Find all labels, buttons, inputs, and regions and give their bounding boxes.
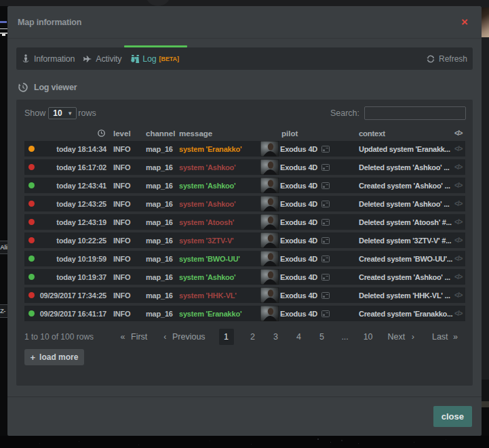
row-code-cell[interactable]: </> — [454, 182, 465, 189]
backdrop-top — [0, 0, 489, 6]
row-code-cell[interactable]: </> — [454, 237, 465, 244]
header-context[interactable]: context — [359, 129, 454, 138]
page-ellipsis: ... — [334, 329, 357, 345]
header-channel[interactable]: channel — [146, 129, 179, 138]
search-input[interactable] — [364, 106, 466, 120]
backdrop-system-box: Z- — [0, 304, 7, 318]
header-time[interactable] — [38, 129, 106, 137]
header-message[interactable]: message — [179, 129, 260, 138]
log-time: today 12:43:19 — [38, 218, 106, 226]
log-row[interactable]: 09/29/2017 17:34:25INFOmap_16system 'HHK… — [24, 287, 465, 303]
page-button-1[interactable]: 1 — [219, 329, 234, 345]
code-icon: </> — [454, 129, 462, 137]
refresh-icon — [427, 55, 435, 63]
row-code-cell[interactable]: </> — [454, 163, 465, 171]
pilot-name[interactable]: Exodus 4D — [280, 145, 317, 153]
code-icon: </> — [454, 273, 462, 281]
close-button[interactable]: close — [433, 406, 472, 427]
pilot-avatar — [260, 196, 279, 211]
log-channel: map_16 — [146, 237, 179, 245]
tab-activity-label: Activity — [96, 54, 121, 64]
id-card-icon — [321, 310, 330, 317]
log-level: INFO — [106, 200, 146, 208]
status-deleted-dot — [28, 219, 35, 225]
log-pilot-cell: Exodus 4D — [260, 232, 359, 248]
log-level: INFO — [106, 273, 146, 281]
log-row[interactable]: today 10:19:59INFOmap_16system 'BWO-UU' … — [24, 251, 465, 266]
log-row[interactable]: today 12:43:41INFOmap_16system 'Ashkoo' … — [24, 178, 465, 193]
page-numbers: 12345...10 — [218, 329, 380, 345]
pilot-name[interactable]: Exodus 4D — [280, 310, 317, 318]
pilot-name[interactable]: Exodus 4D — [280, 291, 317, 300]
header-pilot[interactable]: pilot — [260, 125, 359, 141]
refresh-button[interactable]: Refresh — [427, 47, 473, 70]
page-previous-button[interactable]: ‹ Previous — [163, 332, 205, 342]
pilot-name[interactable]: Exodus 4D — [280, 273, 317, 281]
backdrop-system-label: Z- — [0, 307, 5, 314]
log-table: level channel message pilot context </> … — [24, 125, 465, 321]
pilot-name[interactable]: Exodus 4D — [280, 255, 317, 263]
log-message: system 'Eranakko' — [179, 145, 260, 153]
log-time: today 10:22:25 — [38, 237, 106, 245]
id-card-icon — [321, 256, 330, 262]
header-level[interactable]: level — [106, 129, 146, 138]
page-next-button[interactable]: Next › — [388, 332, 414, 342]
page-last-button[interactable]: Last » — [432, 332, 458, 342]
page-button-3[interactable]: 3 — [265, 329, 288, 345]
page-button-2[interactable]: 2 — [241, 329, 265, 345]
dialog-close-icon[interactable]: × — [461, 16, 468, 28]
row-code-cell[interactable]: </> — [454, 255, 465, 262]
clock-icon — [98, 129, 105, 137]
row-code-cell[interactable]: </> — [454, 273, 465, 281]
page-button-10[interactable]: 10 — [357, 329, 380, 345]
log-row[interactable]: today 10:22:25INFOmap_16system '3ZTV-V' … — [24, 232, 465, 248]
pagination-info: 1 to 10 of 100 rows — [24, 332, 94, 342]
pilot-name[interactable]: Exodus 4D — [280, 163, 317, 171]
log-pilot-cell: Exodus 4D — [260, 214, 359, 230]
load-more-button[interactable]: + load more — [24, 349, 84, 365]
status-deleted-dot — [28, 164, 35, 170]
tab-information[interactable]: Information — [16, 47, 81, 70]
log-context: Deleted system 'Ashkoo' ... — [359, 163, 454, 171]
log-row[interactable]: today 10:19:37INFOmap_16system 'Ashkoo' … — [24, 269, 465, 285]
log-row[interactable]: today 12:43:25INFOmap_16system 'Ashkoo' … — [24, 196, 465, 211]
load-more-label: load more — [39, 352, 78, 362]
tab-activity[interactable]: Activity — [81, 47, 124, 70]
log-time: today 10:19:59 — [38, 255, 106, 263]
page-size-select[interactable]: 10 ▼ — [48, 107, 77, 119]
tab-information-label: Information — [34, 54, 75, 64]
pilot-name[interactable]: Exodus 4D — [280, 182, 317, 190]
log-row[interactable]: today 12:43:19INFOmap_16system 'Atoosh' … — [24, 214, 465, 230]
row-code-cell[interactable]: </> — [454, 291, 465, 299]
pilot-avatar — [260, 232, 279, 248]
pilot-name[interactable]: Exodus 4D — [280, 237, 317, 245]
page-first-button[interactable]: « First — [121, 332, 148, 342]
log-row[interactable]: 09/29/2017 16:41:17INFOmap_16system 'Era… — [24, 306, 465, 321]
row-code-cell[interactable]: </> — [454, 200, 465, 207]
log-level: INFO — [106, 145, 146, 153]
page-button-4[interactable]: 4 — [288, 329, 311, 345]
tab-log[interactable]: Log [BETA] — [124, 47, 187, 70]
id-card-icon — [321, 274, 330, 281]
status-dot-cell — [24, 292, 38, 298]
backdrop-black-band — [482, 407, 489, 436]
binoculars-icon — [131, 54, 140, 63]
pilot-name[interactable]: Exodus 4D — [280, 200, 317, 208]
backdrop-white-blob — [2, 34, 5, 36]
status-deleted-dot — [28, 237, 35, 243]
log-channel: map_16 — [146, 145, 179, 153]
row-code-cell[interactable]: </> — [454, 218, 465, 226]
table-header-row: level channel message pilot context </> — [24, 125, 465, 141]
log-row[interactable]: today 16:17:02INFOmap_16system 'Ashkoo' … — [24, 159, 465, 175]
log-channel: map_16 — [146, 255, 179, 263]
log-row[interactable]: today 18:14:34INFOmap_16system 'Eranakko… — [24, 141, 465, 157]
status-dot-cell — [24, 219, 38, 225]
pilot-name[interactable]: Exodus 4D — [280, 218, 317, 226]
log-viewer-heading: Log viewer — [18, 83, 473, 92]
status-dot-cell — [24, 182, 38, 188]
row-code-cell[interactable]: </> — [454, 310, 465, 317]
log-time: today 12:43:25 — [38, 200, 106, 208]
row-code-cell[interactable]: </> — [454, 145, 465, 152]
log-channel: map_16 — [146, 200, 179, 208]
page-button-5[interactable]: 5 — [311, 329, 334, 345]
